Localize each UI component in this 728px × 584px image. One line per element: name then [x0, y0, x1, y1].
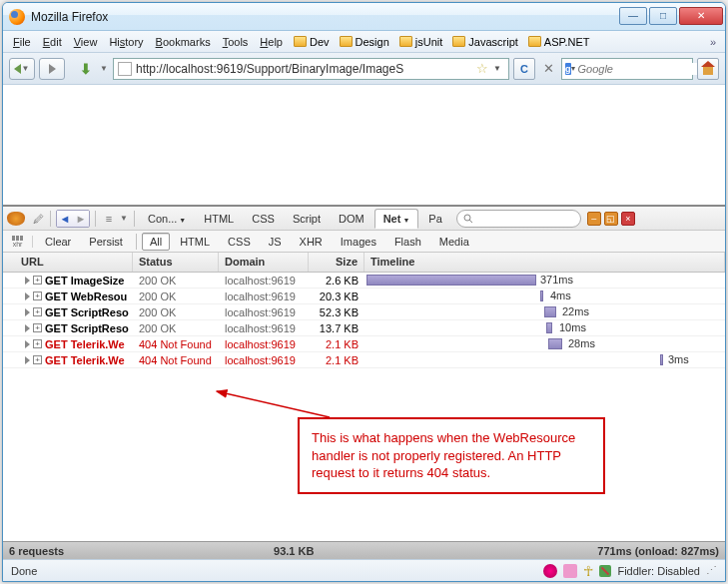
- col-domain[interactable]: Domain: [219, 253, 309, 272]
- panel-list-icon[interactable]: ≡: [101, 213, 117, 225]
- search-input[interactable]: [578, 63, 717, 75]
- expand-icon[interactable]: [25, 308, 30, 316]
- bookmark-folder-javascript[interactable]: Javascript: [447, 36, 523, 48]
- window-title: Mozilla Firefox: [31, 10, 617, 24]
- inspect-icon[interactable]: 🖉: [31, 213, 45, 225]
- menu-bookmarks[interactable]: Bookmarks: [150, 34, 217, 50]
- net-filter-media[interactable]: Media: [431, 233, 477, 251]
- firebug-minimize-button[interactable]: –: [587, 212, 601, 226]
- home-button[interactable]: [697, 58, 719, 80]
- folder-icon: [452, 36, 465, 47]
- expand-icon[interactable]: [25, 340, 30, 348]
- menu-file[interactable]: File: [7, 34, 37, 50]
- plus-icon[interactable]: +: [33, 307, 42, 316]
- net-filter-xhr[interactable]: XHR: [292, 233, 331, 251]
- tab-net[interactable]: Net▼: [374, 209, 419, 229]
- net-clear-button[interactable]: Clear: [37, 233, 79, 251]
- tab-dom[interactable]: DOM: [331, 210, 372, 228]
- fiddler-icon[interactable]: [599, 565, 611, 577]
- net-filter-all[interactable]: All: [142, 233, 170, 251]
- minimize-button[interactable]: —: [619, 7, 647, 25]
- tab-html[interactable]: HTML: [196, 210, 242, 228]
- tab-console[interactable]: Con...▼: [140, 210, 194, 228]
- net-filter-js[interactable]: JS: [261, 233, 290, 251]
- plus-icon[interactable]: +: [33, 276, 42, 285]
- menu-help[interactable]: Help: [254, 34, 289, 50]
- firebug-search[interactable]: [456, 210, 581, 228]
- bookmark-folder-design[interactable]: Design: [335, 36, 394, 48]
- firebug-icon[interactable]: [7, 212, 25, 226]
- downloads-button[interactable]: ⬇: [77, 58, 95, 80]
- col-size[interactable]: Size: [309, 253, 364, 272]
- stop-button[interactable]: ✕: [539, 60, 557, 78]
- downloads-dropdown[interactable]: ▼: [99, 64, 109, 73]
- expand-icon[interactable]: [25, 324, 30, 332]
- forward-button[interactable]: [39, 58, 65, 80]
- tab-script[interactable]: Script: [285, 210, 329, 228]
- reload-button[interactable]: C: [513, 58, 535, 80]
- net-filter-css[interactable]: CSS: [220, 233, 259, 251]
- search-bar[interactable]: g▾: [561, 58, 693, 80]
- net-table: URL Status Domain Size Timeline +GET Ima…: [3, 253, 725, 559]
- annotation-callout: This is what happens when the WebResourc…: [298, 417, 605, 494]
- url-bar[interactable]: ☆ ▼: [113, 58, 509, 80]
- home-icon: [702, 63, 714, 75]
- download-icon: ⬇: [80, 61, 92, 77]
- expand-icon[interactable]: [25, 356, 30, 364]
- close-button[interactable]: ✕: [679, 7, 723, 25]
- net-table-header: URL Status Domain Size Timeline: [3, 253, 725, 273]
- menu-tools[interactable]: Tools: [217, 34, 255, 50]
- firebug-back-button[interactable]: ◄: [57, 211, 73, 227]
- overflow-chevron-icon[interactable]: »: [705, 36, 721, 48]
- col-status[interactable]: Status: [133, 253, 219, 272]
- request-row[interactable]: +GET ScriptReso200 OKlocalhost:961952.3 …: [3, 304, 725, 320]
- expand-icon[interactable]: [25, 277, 30, 285]
- net-persist-button[interactable]: Persist: [81, 233, 131, 251]
- menu-view[interactable]: View: [68, 34, 104, 50]
- col-timeline[interactable]: Timeline: [364, 253, 725, 272]
- menubar: File Edit View History Bookmarks Tools H…: [3, 31, 725, 53]
- plus-icon[interactable]: +: [33, 323, 42, 332]
- col-url[interactable]: URL: [3, 253, 133, 272]
- firebug-history-nav: ◄ ►: [56, 210, 90, 228]
- bookmark-star-icon[interactable]: ☆: [476, 61, 488, 76]
- firebug-detach-button[interactable]: ◱: [604, 212, 618, 226]
- back-button[interactable]: ▼: [9, 58, 35, 80]
- url-input[interactable]: [136, 62, 474, 76]
- request-row[interactable]: +GET ScriptReso200 OKlocalhost:961913.7 …: [3, 320, 725, 336]
- firebug-forward-button[interactable]: ►: [73, 211, 89, 227]
- ankh-icon[interactable]: ☥: [583, 563, 593, 579]
- request-row[interactable]: +GET WebResou200 OKlocalhost:961920.3 KB…: [3, 289, 725, 304]
- menu-history[interactable]: History: [103, 34, 149, 50]
- addon-icon[interactable]: [543, 564, 557, 578]
- request-row[interactable]: +GET ImageSize200 OKlocalhost:96192.6 KB…: [3, 273, 725, 289]
- bookmark-folder-jsunit[interactable]: jsUnit: [394, 36, 448, 48]
- plus-icon[interactable]: +: [33, 339, 42, 348]
- net-filter-html[interactable]: HTML: [172, 233, 218, 251]
- arrow-left-icon: [14, 64, 21, 74]
- net-filter-images[interactable]: Images: [333, 233, 384, 251]
- plus-icon[interactable]: +: [33, 292, 42, 300]
- tab-css[interactable]: CSS: [244, 210, 283, 228]
- maximize-button[interactable]: □: [649, 7, 677, 25]
- summary-size: 93.1 KB: [274, 545, 314, 557]
- request-row[interactable]: +GET Telerik.We404 Not Foundlocalhost:96…: [3, 352, 725, 368]
- summary-count: 6 requests: [9, 545, 64, 557]
- nav-toolbar: ▼ ⬇ ▼ ☆ ▼ C ✕ g▾: [3, 53, 725, 85]
- net-filter-flash[interactable]: Flash: [386, 233, 429, 251]
- folder-icon: [340, 36, 353, 47]
- expand-icon[interactable]: [25, 292, 30, 300]
- bookmark-folder-aspnet[interactable]: ASP.NET: [523, 36, 595, 48]
- request-row[interactable]: +GET Telerik.We404 Not Foundlocalhost:96…: [3, 336, 725, 352]
- search-icon: [463, 214, 473, 224]
- addon-icon-2[interactable]: [563, 564, 577, 578]
- firebug-close-button[interactable]: ×: [621, 212, 635, 226]
- resize-grip-icon[interactable]: ⋰: [706, 564, 717, 577]
- plus-icon[interactable]: +: [33, 355, 42, 364]
- bookmark-folder-dev[interactable]: Dev: [289, 36, 335, 48]
- tab-page[interactable]: Pa: [420, 210, 449, 228]
- url-dropdown-icon[interactable]: ▼: [490, 64, 504, 73]
- menu-edit[interactable]: Edit: [37, 34, 68, 50]
- xhr-spy-icon[interactable]: xhr: [7, 236, 33, 248]
- net-filter-bar: xhr Clear Persist All HTML CSS JS XHR Im…: [3, 231, 725, 253]
